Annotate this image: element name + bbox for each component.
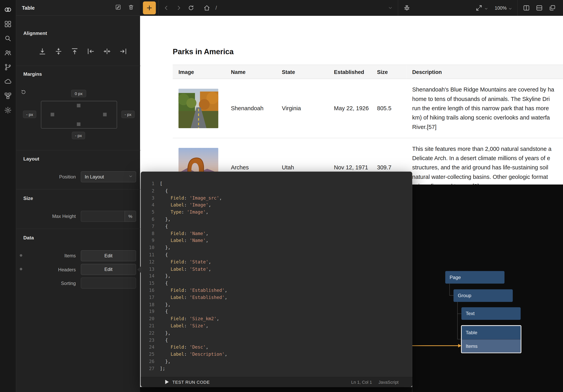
flows-icon[interactable] xyxy=(3,91,12,100)
code-text: Label: 'Established', xyxy=(154,294,228,301)
code-line: 18 }, xyxy=(141,301,412,308)
preview-chevron-icon[interactable] xyxy=(484,6,488,10)
add-component-button[interactable] xyxy=(143,1,156,14)
nav-back-icon[interactable] xyxy=(163,4,170,12)
data-cloud-icon[interactable] xyxy=(3,77,12,86)
line-number: 27 xyxy=(141,365,154,372)
language-indicator[interactable]: JavaScript xyxy=(378,379,398,384)
popover-arrow xyxy=(137,266,141,273)
line-number: 26 xyxy=(141,358,154,365)
tree-node-items[interactable]: Items xyxy=(462,339,521,352)
code-text: ]; xyxy=(154,365,165,372)
version-branch-icon[interactable] xyxy=(3,63,12,72)
code-line: 15 { xyxy=(141,280,412,287)
tree-node-table-selected[interactable]: Table Items xyxy=(461,325,521,353)
headers-label: Headers xyxy=(22,267,76,272)
test-run-code-button[interactable]: TEST RUN CODE xyxy=(172,379,210,384)
line-number: 16 xyxy=(141,287,154,294)
code-line: 26 }, xyxy=(141,358,412,365)
settings-gear-icon[interactable] xyxy=(3,106,12,114)
editor-status-bar: TEST RUN CODE Ln 1, Col 1 JavaScript xyxy=(141,377,412,387)
align-vertical-center-icon[interactable] xyxy=(54,47,63,56)
max-height-input[interactable] xyxy=(81,211,125,222)
code-line: 9 Label: 'Name', xyxy=(141,237,412,244)
zoom-level[interactable]: 100% xyxy=(495,5,507,11)
play-icon[interactable] xyxy=(165,379,169,385)
delete-trash-icon[interactable] xyxy=(128,4,134,12)
logo-icon[interactable] xyxy=(3,5,12,14)
tree-node-page[interactable]: Page xyxy=(445,271,504,284)
collaborators-icon[interactable] xyxy=(3,49,12,57)
sorting-label: Sorting xyxy=(22,281,76,286)
sorting-input[interactable] xyxy=(81,278,136,289)
floating-windows-layout-icon[interactable] xyxy=(549,4,556,12)
align-right-icon[interactable] xyxy=(119,47,128,56)
breadcrumb-path[interactable]: / xyxy=(215,5,217,11)
code-text: Type: 'Image', xyxy=(154,209,208,216)
selected-component-title: Table xyxy=(22,5,35,11)
code-text: { xyxy=(154,308,168,315)
align-horizontal-center-icon[interactable] xyxy=(103,47,112,56)
code-text: Label: 'State', xyxy=(154,266,211,273)
split-rows-layout-icon[interactable] xyxy=(536,4,543,12)
align-top-icon[interactable] xyxy=(70,47,79,56)
park-thumbnail-autumn-road xyxy=(179,89,218,128)
position-label: Position xyxy=(22,174,76,179)
align-left-icon[interactable] xyxy=(87,47,95,56)
tree-node-text[interactable]: Text xyxy=(461,307,521,320)
code-line: 10 }, xyxy=(141,244,412,251)
code-line: 22 }, xyxy=(141,329,412,337)
table-row: Shenandoah Virginia May 22, 1926 805.5 S… xyxy=(173,79,563,138)
element-tree-dock: Page Group Text Table Items xyxy=(412,185,563,392)
debug-bug-icon[interactable] xyxy=(403,4,410,12)
cursor-position: Ln 1, Col 1 xyxy=(351,379,372,384)
headers-edit-button[interactable]: Edit xyxy=(81,264,136,275)
code-text: }, xyxy=(154,329,171,337)
nav-forward-icon[interactable] xyxy=(175,4,182,12)
line-number: 19 xyxy=(141,308,154,315)
code-line: 4 Label: 'Image', xyxy=(141,202,412,209)
split-columns-layout-icon[interactable] xyxy=(523,4,530,12)
components-grid-icon[interactable] xyxy=(3,20,12,28)
line-number: 10 xyxy=(141,244,154,251)
tree-connectors xyxy=(412,185,563,392)
column-header: Size xyxy=(371,65,406,79)
margin-handle-bottom[interactable] xyxy=(77,122,80,126)
tree-node-group[interactable]: Group xyxy=(454,289,513,302)
position-select[interactable]: In Layout xyxy=(81,171,136,182)
margin-handle-left[interactable] xyxy=(51,113,54,116)
margin-left-value[interactable]: - px xyxy=(23,111,36,118)
reset-margins-icon[interactable] xyxy=(21,89,27,95)
items-edit-button[interactable]: Edit xyxy=(81,250,136,261)
section-label-layout: Layout xyxy=(23,156,39,162)
margin-top-value[interactable]: 0 px xyxy=(71,90,86,97)
code-text: Label: 'Description', xyxy=(154,351,228,358)
home-icon[interactable] xyxy=(203,4,210,12)
url-dropdown-chevron-icon[interactable] xyxy=(388,4,393,12)
margin-bottom-value[interactable]: - px xyxy=(72,132,85,139)
rename-edit-icon[interactable] xyxy=(115,4,121,12)
max-height-unit[interactable]: % xyxy=(125,211,136,222)
inspector-panel: Table Alignment Margins 0 px - px - px xyxy=(16,0,140,392)
code-text: }, xyxy=(154,216,171,223)
code-text: { xyxy=(154,223,168,230)
search-icon[interactable] xyxy=(3,34,12,43)
margin-right-value[interactable]: - px xyxy=(121,111,135,118)
margin-handle-top[interactable] xyxy=(77,104,80,107)
dock-bottom-strip xyxy=(140,387,412,392)
code-text: Label: 'Name', xyxy=(154,237,208,244)
align-bottom-icon[interactable] xyxy=(38,47,47,56)
max-height-label: Max Height xyxy=(22,214,76,219)
line-number: 23 xyxy=(141,337,154,344)
margin-handle-right[interactable] xyxy=(103,113,106,116)
chevron-down-icon xyxy=(129,174,133,179)
column-header: Image xyxy=(173,65,225,79)
tree-node-table[interactable]: Table xyxy=(462,326,521,339)
line-number: 4 xyxy=(141,202,154,209)
code-lines[interactable]: 1[2 {3 Field: 'Image_src',4 Label: 'Imag… xyxy=(141,172,412,377)
code-line: 6 }, xyxy=(141,216,412,223)
refresh-icon[interactable] xyxy=(187,4,194,12)
zoom-chevron-icon[interactable] xyxy=(508,6,512,10)
preview-expand-icon[interactable] xyxy=(475,4,482,12)
section-label-margins: Margins xyxy=(23,71,42,77)
